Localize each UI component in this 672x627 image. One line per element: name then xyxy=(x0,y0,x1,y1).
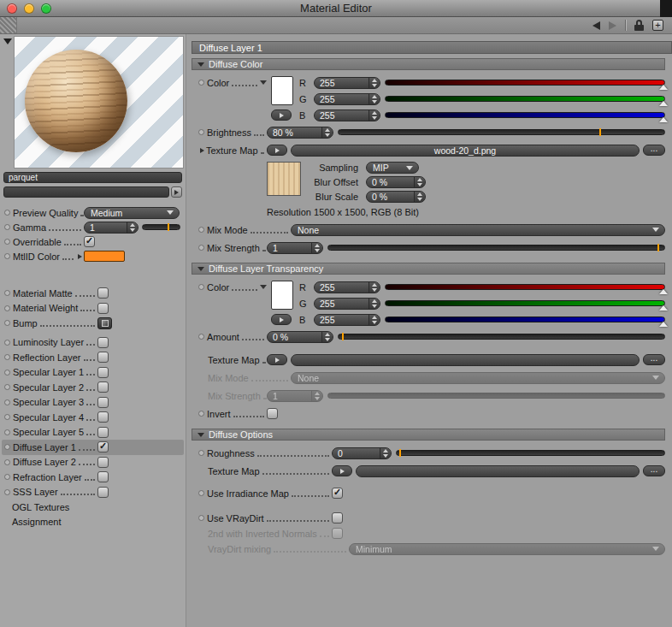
keyframe-dot[interactable] xyxy=(198,334,204,340)
dc-green-slider[interactable] xyxy=(385,96,665,102)
stepper-arrows[interactable] xyxy=(311,243,322,253)
dc-green-stepper[interactable]: 255 xyxy=(314,93,380,105)
keyframe-dot[interactable] xyxy=(4,290,10,296)
opt-texture-browse-button[interactable]: ... xyxy=(643,465,665,476)
lock-icon[interactable] xyxy=(634,20,644,31)
channel-checkbox[interactable] xyxy=(97,397,109,408)
amount-stepper[interactable]: 0 % xyxy=(267,331,333,343)
zoom-button[interactable] xyxy=(41,3,51,14)
tr-green-slider[interactable] xyxy=(385,300,665,306)
roughness-slider[interactable] xyxy=(396,450,665,456)
texture-thumbnail[interactable] xyxy=(267,162,301,196)
opt-texture-file-field[interactable] xyxy=(356,465,640,477)
dc-blue-slider[interactable] xyxy=(385,112,665,118)
overridable-checkbox[interactable] xyxy=(84,236,95,247)
channel-checkbox[interactable] xyxy=(97,457,109,468)
stepper-arrows[interactable] xyxy=(368,110,380,121)
channel-row-bump[interactable]: Bump xyxy=(2,316,184,331)
brightness-stepper[interactable]: 80 % xyxy=(267,127,333,139)
brightness-slider[interactable] xyxy=(338,129,665,135)
channel-checkbox[interactable] xyxy=(97,367,109,378)
channel-row-sss-layer[interactable]: SSS Layer xyxy=(2,485,184,500)
drag-grip[interactable] xyxy=(0,17,17,33)
stepper-arrows[interactable] xyxy=(321,332,333,342)
tr-color-expand-button[interactable] xyxy=(271,314,292,325)
tr-red-stepper[interactable]: 255 xyxy=(314,281,380,293)
keyframe-dot[interactable] xyxy=(4,414,10,420)
blur-scale-stepper[interactable]: 0 % xyxy=(366,191,426,203)
slot-expand-button[interactable] xyxy=(171,186,182,198)
diffuse-options-header[interactable]: Diffuse Options xyxy=(192,429,665,441)
dc-texture-browse-button[interactable]: ... xyxy=(643,145,665,156)
stepper-arrows[interactable] xyxy=(414,192,425,202)
dc-red-stepper[interactable]: 255 xyxy=(314,77,380,89)
dc-mix-strength-slider[interactable] xyxy=(327,245,665,251)
dc-color-expand-button[interactable] xyxy=(271,109,292,121)
channel-checkbox[interactable] xyxy=(97,352,109,363)
titlebar[interactable]: Material Editor xyxy=(0,0,672,17)
keyframe-dot[interactable] xyxy=(4,370,10,376)
color-options-icon[interactable] xyxy=(260,285,267,289)
keyframe-dot[interactable] xyxy=(198,80,204,86)
channel-checkbox[interactable] xyxy=(97,337,109,348)
dc-blue-stepper[interactable]: 255 xyxy=(314,109,380,121)
channel-checkbox[interactable] xyxy=(97,382,109,393)
channel-row-luminosity-layer[interactable]: Luminosity Layer xyxy=(2,335,184,351)
transparency-header[interactable]: Diffuse Layer Transparency xyxy=(192,263,665,275)
keyframe-dot[interactable] xyxy=(4,253,10,259)
expand-right-icon[interactable] xyxy=(200,148,204,153)
material-slot-bar[interactable] xyxy=(3,186,169,198)
channel-checkbox[interactable] xyxy=(97,427,109,438)
channel-checkbox[interactable] xyxy=(97,287,109,299)
stepper-arrows[interactable] xyxy=(321,127,333,138)
keyframe-dot[interactable] xyxy=(198,245,204,251)
channel-row-material-matte[interactable]: Material Matte xyxy=(2,286,184,301)
tr-red-slider[interactable] xyxy=(385,284,665,290)
color-options-icon[interactable] xyxy=(260,80,267,85)
keyframe-dot[interactable] xyxy=(4,210,10,216)
tr-blue-stepper[interactable]: 255 xyxy=(314,314,380,326)
keyframe-dot[interactable] xyxy=(198,227,204,233)
expand-right-icon[interactable] xyxy=(78,254,82,259)
dc-mix-strength-stepper[interactable]: 1 xyxy=(267,242,323,254)
keyframe-dot[interactable] xyxy=(4,444,10,450)
gamma-slider[interactable] xyxy=(142,224,180,230)
tr-texture-browse-button[interactable]: ... xyxy=(643,354,665,365)
use-vraydirt-checkbox[interactable] xyxy=(332,512,343,523)
keyframe-dot[interactable] xyxy=(4,429,10,435)
channel-row-diffuse-layer-1[interactable]: Diffuse Layer 1 xyxy=(2,440,184,455)
tr-green-stepper[interactable]: 255 xyxy=(314,298,380,310)
opt-texture-expand-button[interactable] xyxy=(332,465,352,476)
channel-row-specular-layer-1[interactable]: Specular Layer 1 xyxy=(2,365,184,381)
channel-row-specular-layer-5[interactable]: Specular Layer 5 xyxy=(2,425,184,441)
stepper-arrows[interactable] xyxy=(368,299,380,309)
channel-checkbox[interactable] xyxy=(97,303,109,314)
channel-checkbox[interactable] xyxy=(97,471,109,482)
channel-row-specular-layer-4[interactable]: Specular Layer 4 xyxy=(2,410,184,425)
keyframe-dot[interactable] xyxy=(4,320,10,326)
gamma-stepper[interactable]: 1 xyxy=(84,222,139,234)
stepper-arrows[interactable] xyxy=(414,177,425,187)
sampling-select[interactable]: MIP xyxy=(366,162,419,174)
keyframe-dot[interactable] xyxy=(4,489,10,495)
keyframe-dot[interactable] xyxy=(4,459,10,465)
keyframe-dot[interactable] xyxy=(198,129,204,135)
channel-checkbox[interactable] xyxy=(97,487,109,498)
stepper-arrows[interactable] xyxy=(127,222,138,233)
keyframe-dot[interactable] xyxy=(4,354,10,360)
keyframe-dot[interactable] xyxy=(4,384,10,390)
minimize-button[interactable] xyxy=(24,3,34,14)
keyframe-dot[interactable] xyxy=(4,399,10,405)
forward-icon[interactable] xyxy=(609,21,616,30)
stepper-arrows[interactable] xyxy=(368,282,380,293)
material-preview[interactable] xyxy=(14,36,184,169)
close-button[interactable] xyxy=(7,3,17,14)
tr-texture-file-field[interactable] xyxy=(291,354,640,366)
channel-row-material-weight[interactable]: Material Weight xyxy=(2,301,184,316)
add-icon[interactable]: + xyxy=(652,20,663,31)
channel-checkbox[interactable] xyxy=(97,441,109,453)
amount-slider[interactable] xyxy=(338,334,665,340)
sidebar-item-ogl-textures[interactable]: OGL Textures xyxy=(2,500,184,514)
channel-checkbox[interactable] xyxy=(97,411,109,423)
keyframe-dot[interactable] xyxy=(4,340,10,346)
